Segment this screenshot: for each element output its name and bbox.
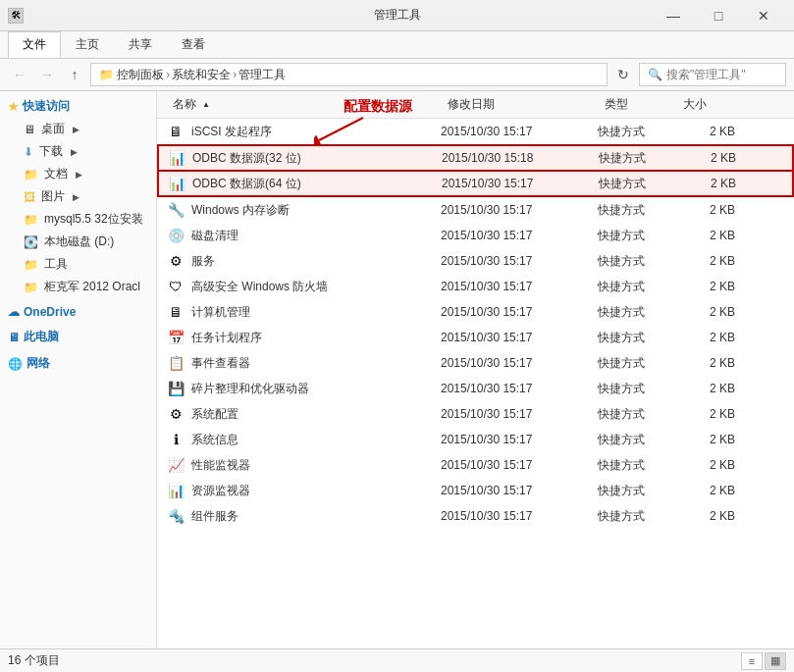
sidebar-section-quickaccess: ★ 快速访问 🖥 桌面 ▶ ⬇ 下载 ▶ 📁 文档 ▶ 🖼 图片 ▶ bbox=[0, 95, 156, 298]
file-date-eventvwr: 2015/10/30 15:17 bbox=[441, 356, 598, 370]
sidebar-item-localdisk[interactable]: 💽 本地磁盘 (D:) bbox=[0, 231, 156, 253]
sidebar-network-header[interactable]: 🌐 网络 bbox=[0, 352, 156, 375]
chevron-right-icon3: ▶ bbox=[76, 170, 82, 180]
file-icon-odbc32: 📊 bbox=[167, 148, 186, 168]
search-box[interactable]: 🔍 bbox=[639, 63, 786, 86]
sidebar-item-documents[interactable]: 📁 文档 ▶ bbox=[0, 163, 156, 185]
file-row-resmon[interactable]: 📊 资源监视器 2015/10/30 15:17 快捷方式 2 KB bbox=[157, 478, 794, 503]
tab-share[interactable]: 共享 bbox=[114, 31, 167, 58]
file-row-msinfo[interactable]: ℹ 系统信息 2015/10/30 15:17 快捷方式 2 KB bbox=[157, 427, 794, 452]
view-details-button[interactable]: ▦ bbox=[765, 652, 786, 670]
file-row-comsvcs[interactable]: 🔩 组件服务 2015/10/30 15:17 快捷方式 2 KB bbox=[157, 503, 794, 529]
sidebar-section-network: 🌐 网络 bbox=[0, 352, 156, 375]
file-type-firewall: 快捷方式 bbox=[598, 279, 676, 295]
chevron-right-icon4: ▶ bbox=[73, 192, 79, 202]
status-count: 16 个项目 bbox=[8, 652, 60, 669]
file-type-odbc64: 快捷方式 bbox=[599, 176, 677, 192]
address-path[interactable]: 📁 控制面板 › 系统和安全 › 管理工具 bbox=[90, 63, 608, 86]
file-icon-odbc64: 📊 bbox=[167, 174, 186, 193]
sidebar-item-desktop-label: 桌面 bbox=[41, 121, 65, 137]
sidebar-item-pictures[interactable]: 🖼 图片 ▶ bbox=[0, 185, 156, 208]
file-size-winmem: 2 KB bbox=[676, 203, 735, 217]
file-type-resmon: 快捷方式 bbox=[598, 483, 676, 499]
view-list-button[interactable]: ≡ bbox=[741, 652, 763, 670]
breadcrumb-part3: 管理工具 bbox=[238, 67, 286, 83]
file-row-odbc32[interactable]: 📊 ODBC 数据源(32 位) 2015/10/30 15:18 快捷方式 2… bbox=[157, 144, 794, 172]
file-row-perfmon[interactable]: 📈 性能监视器 2015/10/30 15:17 快捷方式 2 KB bbox=[157, 452, 794, 478]
file-icon-compmgmt: 🖥 bbox=[166, 302, 185, 322]
minimize-button[interactable]: — bbox=[651, 0, 696, 31]
sidebar-item-mysql[interactable]: 📁 mysql5.5 32位安装 bbox=[0, 208, 156, 231]
file-date-services: 2015/10/30 15:17 bbox=[441, 254, 598, 268]
col-header-date[interactable]: 修改日期 bbox=[440, 93, 597, 116]
file-row-winmem[interactable]: 🔧 Windows 内存诊断 2015/10/30 15:17 快捷方式 2 K… bbox=[157, 197, 794, 223]
sidebar-item-tools-label: 工具 bbox=[44, 256, 68, 273]
file-date-diskclean: 2015/10/30 15:17 bbox=[441, 229, 598, 242]
file-row-diskclean[interactable]: 💿 磁盘清理 2015/10/30 15:17 快捷方式 2 KB bbox=[157, 223, 794, 248]
forward-button[interactable]: → bbox=[35, 63, 59, 86]
file-row-odbc64[interactable]: 📊 ODBC 数据源(64 位) 2015/10/30 15:17 快捷方式 2… bbox=[157, 172, 794, 197]
file-icon-iscsi: 🖥 bbox=[166, 122, 185, 141]
file-name-iscsi: iSCSI 发起程序 bbox=[191, 124, 441, 140]
file-row-firewall[interactable]: 🛡 高级安全 Windows 防火墙 2015/10/30 15:17 快捷方式… bbox=[157, 274, 794, 299]
file-date-odbc32: 2015/10/30 15:18 bbox=[442, 151, 599, 165]
sidebar-item-tools[interactable]: 📁 工具 bbox=[0, 253, 156, 276]
tab-file[interactable]: 文件 bbox=[8, 31, 61, 58]
file-row-defrag[interactable]: 💾 碎片整理和优化驱动器 2015/10/30 15:17 快捷方式 2 KB bbox=[157, 376, 794, 401]
col-header-name[interactable]: 名称 ▲ bbox=[165, 93, 440, 116]
file-name-services: 服务 bbox=[191, 253, 441, 270]
file-row-eventvwr[interactable]: 📋 事件查看器 2015/10/30 15:17 快捷方式 2 KB bbox=[157, 350, 794, 376]
file-size-msinfo: 2 KB bbox=[676, 433, 735, 446]
network-icon: 🌐 bbox=[8, 357, 23, 371]
file-date-perfmon: 2015/10/30 15:17 bbox=[441, 458, 598, 472]
tab-view[interactable]: 查看 bbox=[167, 31, 220, 58]
sidebar-thispc-header[interactable]: 🖥 此电脑 bbox=[0, 326, 156, 348]
back-button[interactable]: ← bbox=[8, 63, 31, 86]
status-bar: 16 个项目 ≡ ▦ bbox=[0, 648, 794, 672]
file-name-msinfo: 系统信息 bbox=[191, 432, 441, 448]
file-icon-taskschd: 📅 bbox=[166, 328, 185, 347]
file-size-odbc64: 2 KB bbox=[677, 177, 736, 190]
file-icon-comsvcs: 🔩 bbox=[166, 506, 185, 526]
file-row-iscsi[interactable]: 🖥 iSCSI 发起程序 2015/10/30 15:17 快捷方式 2 KB bbox=[157, 119, 794, 144]
file-icon-perfmon: 📈 bbox=[166, 455, 185, 475]
close-button[interactable]: ✕ bbox=[741, 0, 786, 31]
star-icon: ★ bbox=[8, 100, 19, 114]
col-header-type[interactable]: 类型 bbox=[597, 93, 675, 116]
folder-icon-tools: 📁 bbox=[24, 258, 38, 272]
file-row-msconfig[interactable]: ⚙ 系统配置 2015/10/30 15:17 快捷方式 2 KB bbox=[157, 401, 794, 427]
file-size-defrag: 2 KB bbox=[676, 382, 735, 395]
pc-icon: 🖥 bbox=[8, 331, 20, 344]
sidebar-item-downloads[interactable]: ⬇ 下载 ▶ bbox=[0, 140, 156, 163]
sidebar: ★ 快速访问 🖥 桌面 ▶ ⬇ 下载 ▶ 📁 文档 ▶ 🖼 图片 ▶ bbox=[0, 91, 157, 648]
sidebar-quickaccess-label: 快速访问 bbox=[23, 98, 70, 115]
file-size-diskclean: 2 KB bbox=[676, 229, 735, 242]
file-row-taskschd[interactable]: 📅 任务计划程序 2015/10/30 15:17 快捷方式 2 KB bbox=[157, 325, 794, 350]
sidebar-onedrive-header[interactable]: ☁ OneDrive bbox=[0, 302, 156, 322]
up-button[interactable]: ↑ bbox=[63, 63, 86, 86]
file-icon-firewall: 🛡 bbox=[166, 277, 185, 296]
tab-home[interactable]: 主页 bbox=[61, 31, 114, 58]
sidebar-section-thispc: 🖥 此电脑 bbox=[0, 326, 156, 348]
sidebar-item-oracle-label: 柜克军 2012 Oracl bbox=[44, 279, 140, 295]
col-header-size[interactable]: 大小 bbox=[675, 93, 734, 116]
refresh-button[interactable]: ↻ bbox=[611, 63, 635, 86]
file-row-compmgmt[interactable]: 🖥 计算机管理 2015/10/30 15:17 快捷方式 2 KB bbox=[157, 299, 794, 325]
file-type-odbc32: 快捷方式 bbox=[599, 150, 677, 167]
sidebar-item-oracle[interactable]: 📁 柜克军 2012 Oracl bbox=[0, 276, 156, 298]
sidebar-quickaccess-header[interactable]: ★ 快速访问 bbox=[0, 95, 156, 118]
ribbon-tabs: 文件 主页 共享 查看 bbox=[0, 31, 794, 58]
sidebar-thispc-label: 此电脑 bbox=[24, 329, 59, 345]
file-date-iscsi: 2015/10/30 15:17 bbox=[441, 125, 598, 138]
search-input[interactable] bbox=[666, 68, 777, 81]
sidebar-item-desktop[interactable]: 🖥 桌面 ▶ bbox=[0, 118, 156, 140]
file-name-msconfig: 系统配置 bbox=[191, 406, 441, 423]
file-icon-msinfo: ℹ bbox=[166, 430, 185, 449]
file-size-taskschd: 2 KB bbox=[676, 331, 735, 344]
maximize-button[interactable]: □ bbox=[696, 0, 741, 31]
file-icon-msconfig: ⚙ bbox=[166, 404, 185, 424]
file-row-services[interactable]: ⚙ 服务 2015/10/30 15:17 快捷方式 2 KB bbox=[157, 248, 794, 274]
file-icon-diskclean: 💿 bbox=[166, 226, 185, 245]
window-controls[interactable]: — □ ✕ bbox=[651, 0, 786, 31]
content-area: 名称 ▲ 修改日期 类型 大小 🖥 iSCSI 发起程序 2015/10/30 … bbox=[157, 91, 794, 648]
